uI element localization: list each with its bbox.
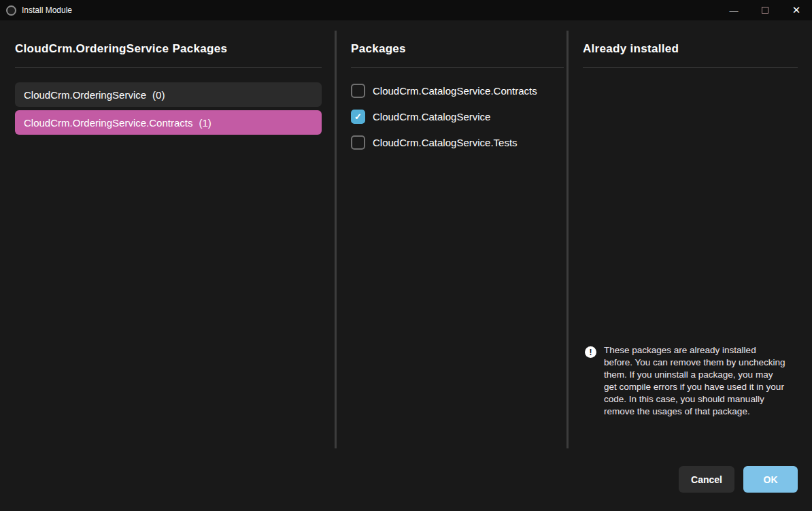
column-divider-1: [335, 31, 337, 448]
maximize-icon: [762, 7, 768, 14]
packages-panel: Packages ✓ CloudCrm.CatalogService.Contr…: [351, 42, 564, 160]
package-label: CloudCrm.CatalogService: [373, 111, 490, 122]
package-row-catalog-tests[interactable]: ✓ CloudCrm.CatalogService.Tests: [351, 134, 564, 150]
list-item-count: (1): [199, 117, 211, 129]
window-controls: — ✕: [718, 0, 812, 20]
package-row-catalog-service[interactable]: ✓ CloudCrm.CatalogService: [351, 108, 564, 125]
package-row-catalog-contracts[interactable]: ✓ CloudCrm.CatalogService.Contracts: [351, 82, 564, 99]
project-packages-list: CloudCrm.OrderingService (0) CloudCrm.Or…: [15, 82, 322, 135]
app-icon: [6, 5, 16, 16]
package-label: CloudCrm.CatalogService.Tests: [373, 137, 518, 148]
package-checkbox[interactable]: ✓: [351, 110, 365, 124]
package-checkbox[interactable]: ✓: [351, 84, 365, 98]
window-title: Install Module: [22, 5, 72, 15]
already-installed-title: Already installed: [583, 42, 798, 68]
package-checkbox[interactable]: ✓: [351, 135, 365, 150]
project-packages-title: CloudCrm.OrderingService Packages: [15, 42, 322, 68]
list-item-label: CloudCrm.OrderingService: [24, 89, 146, 101]
minimize-button[interactable]: —: [718, 0, 749, 20]
maximize-button[interactable]: [749, 0, 781, 20]
column-divider-2: [566, 31, 569, 448]
list-item-ordering-service[interactable]: CloudCrm.OrderingService (0): [15, 82, 322, 107]
list-item-ordering-service-contracts[interactable]: CloudCrm.OrderingService.Contracts (1): [15, 110, 322, 135]
package-label: CloudCrm.CatalogService.Contracts: [373, 85, 537, 97]
project-packages-panel: CloudCrm.OrderingService Packages CloudC…: [15, 42, 322, 135]
titlebar: Install Module — ✕: [0, 0, 812, 20]
ok-button[interactable]: OK: [743, 466, 798, 493]
list-item-label: CloudCrm.OrderingService.Contracts: [24, 117, 192, 129]
installed-note-text: These packages are already installed bef…: [604, 344, 786, 418]
packages-list: ✓ CloudCrm.CatalogService.Contracts ✓ Cl…: [351, 82, 564, 150]
cancel-button[interactable]: Cancel: [679, 466, 734, 493]
packages-title: Packages: [351, 42, 564, 68]
exclamation-icon: !: [585, 346, 596, 358]
footer-actions: Cancel OK: [679, 466, 798, 493]
installed-note: ! These packages are already installed b…: [585, 344, 790, 418]
close-icon: ✕: [792, 4, 801, 16]
close-button[interactable]: ✕: [781, 0, 812, 20]
list-item-count: (0): [152, 89, 165, 101]
already-installed-panel: Already installed: [583, 42, 798, 68]
minimize-icon: —: [730, 5, 739, 16]
